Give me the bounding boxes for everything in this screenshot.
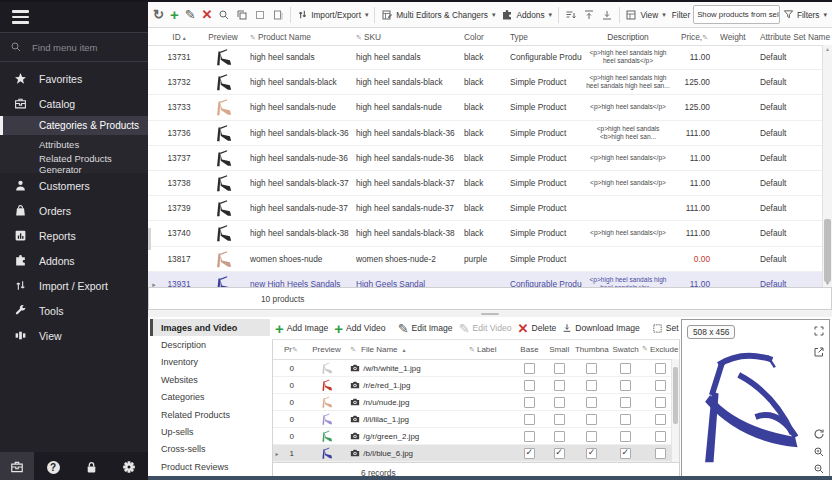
add-video-button[interactable]: +Add Video [331, 317, 388, 339]
tab-item[interactable]: Websites [150, 371, 270, 388]
base-checkbox[interactable] [524, 448, 535, 459]
store-manager-button[interactable] [0, 452, 34, 480]
image-row[interactable]: 0 /w/h/white_1.jpg [273, 360, 679, 377]
sidebar-item-addons[interactable]: Addons [0, 248, 148, 273]
thumbnail-checkbox[interactable] [586, 380, 597, 391]
refresh-image-button[interactable] [813, 428, 825, 440]
image-row[interactable]: 0 /r/e/red_1.jpg [273, 377, 679, 394]
search-button[interactable] [215, 4, 233, 26]
table-row[interactable]: 13736 high heel sandals-black-36 high he… [148, 121, 823, 146]
tab-item[interactable]: Images and Video [150, 319, 270, 336]
small-checkbox[interactable] [554, 448, 565, 459]
menu-toggle-button[interactable] [0, 2, 148, 32]
sort-button[interactable] [562, 4, 580, 26]
sidebar-item-related-products-generator[interactable]: Related Products Generator [0, 154, 148, 173]
tab-item[interactable]: Categories [150, 389, 270, 406]
image-row[interactable]: 0 /g/r/green_2.jpg [273, 428, 679, 445]
fullscreen-button[interactable] [813, 325, 825, 337]
download-image-button[interactable]: Download Image [559, 317, 643, 339]
swatch-checkbox[interactable] [620, 397, 631, 408]
edit-product-button[interactable]: ✎ [182, 4, 199, 26]
column-header-id[interactable]: ID▴ [160, 32, 198, 42]
column-header-price[interactable]: Price,✎ [674, 32, 718, 42]
swatch-checkbox[interactable] [620, 448, 631, 459]
column-header-attribute-set[interactable]: Attribute Set Name [758, 32, 832, 42]
base-checkbox[interactable] [524, 380, 535, 391]
column-header-product-name[interactable]: ✎Product Name [248, 32, 354, 42]
column-header-swatch[interactable]: Swatch [610, 345, 642, 354]
thumbnail-checkbox[interactable] [586, 414, 597, 425]
sidebar-item-tools[interactable]: Tools [0, 298, 148, 323]
column-header-description[interactable]: Description [582, 33, 674, 41]
multi-editors-button[interactable]: Multi Editors & Changers▾ [378, 4, 498, 26]
scroll-down-icon[interactable]: ▼ [823, 280, 832, 286]
column-header-preview[interactable]: Preview [303, 345, 351, 354]
table-row[interactable]: 13739 high heel sandals-nude-37 high hee… [148, 196, 823, 221]
column-header-color[interactable]: Color [458, 32, 508, 42]
edit-video-button[interactable]: ✎Edit Video [456, 317, 515, 339]
sidebar-search[interactable] [0, 32, 148, 62]
tab-item[interactable]: Description [150, 336, 270, 353]
sidebar-item-catalog[interactable]: Catalog [0, 91, 148, 116]
checkbox-mode-button[interactable] [251, 4, 269, 26]
set-resize-rule-button[interactable]: Set Resize Rule [649, 317, 680, 339]
base-checkbox[interactable] [524, 397, 535, 408]
column-header-file-name[interactable]: ✎File Name▴ [350, 345, 469, 354]
collapse-all-button[interactable] [598, 4, 616, 26]
column-header-position[interactable]: Pr✎ [281, 345, 303, 354]
sidebar-item-favorites[interactable]: Favorites [0, 66, 148, 91]
addons-button[interactable]: Addons▾ [498, 4, 555, 26]
copy-button[interactable] [233, 4, 251, 26]
zoom-out-button[interactable] [813, 463, 825, 475]
base-checkbox[interactable] [524, 414, 535, 425]
open-external-button[interactable] [813, 346, 825, 358]
table-row[interactable]: 13738 high heel sandals-black-37 high he… [148, 171, 823, 196]
thumbnail-checkbox[interactable] [586, 448, 597, 459]
exclude-checkbox[interactable] [655, 363, 666, 374]
sidebar-item-categories-products[interactable]: Categories & Products [0, 116, 148, 135]
sidebar-item-attributes[interactable]: Attributes [0, 135, 148, 154]
sidebar-item-reports[interactable]: Reports [0, 223, 148, 248]
column-header-weight[interactable]: Weight [718, 32, 758, 42]
view-button[interactable]: View▾ [622, 4, 668, 26]
small-checkbox[interactable] [554, 431, 565, 442]
column-header-exclude[interactable]: ✎Exclude [641, 345, 679, 354]
exclude-checkbox[interactable] [655, 414, 666, 425]
small-checkbox[interactable] [554, 380, 565, 391]
sidebar-item-orders[interactable]: Orders [0, 198, 148, 223]
scrollbar-thumb[interactable] [673, 367, 678, 424]
edit-image-button[interactable]: ✎Edit Image [395, 317, 456, 339]
lock-button[interactable] [74, 452, 108, 480]
table-row[interactable]: 13732 high heel sandals-black high heel … [148, 70, 823, 95]
swatch-checkbox[interactable] [620, 414, 631, 425]
tab-item[interactable]: Related Products [150, 406, 270, 423]
scroll-up-icon[interactable]: ▲ [823, 46, 832, 52]
tab-item[interactable]: Product Reviews [150, 458, 270, 475]
swatch-checkbox[interactable] [620, 363, 631, 374]
filter-select[interactable]: Show products from selected categories ▾ [693, 5, 780, 24]
base-checkbox[interactable] [524, 431, 535, 442]
column-header-small[interactable]: Small [544, 345, 574, 354]
paste-button[interactable] [269, 4, 287, 26]
column-header-thumbnail[interactable]: Thumbna [574, 345, 610, 354]
refresh-button[interactable]: ↻ [150, 4, 167, 26]
image-row[interactable]: 1 /b/l/blue_6.jpg [273, 445, 679, 462]
table-row[interactable]: 13733 high heel sandals-nude high heel s… [148, 95, 823, 120]
small-checkbox[interactable] [554, 363, 565, 374]
images-grid-scrollbar[interactable] [671, 359, 679, 462]
zoom-in-button[interactable] [813, 446, 825, 458]
grid-vertical-scrollbar[interactable]: ▲ ▼ [822, 45, 832, 287]
tab-item[interactable]: Inventory [150, 354, 270, 371]
filters-button[interactable]: Filters▾ [780, 4, 830, 26]
panel-splitter-handle[interactable] [148, 228, 151, 250]
exclude-checkbox[interactable] [655, 431, 666, 442]
image-row[interactable]: 0 /n/u/nude.jpg [273, 394, 679, 411]
thumbnail-checkbox[interactable] [586, 431, 597, 442]
exclude-checkbox[interactable] [655, 448, 666, 459]
exclude-checkbox[interactable] [655, 397, 666, 408]
settings-button[interactable] [112, 452, 146, 480]
thumbnail-checkbox[interactable] [586, 363, 597, 374]
help-button[interactable]: ? [36, 452, 70, 480]
table-row[interactable]: 13737 high heel sandals-nude-36 high hee… [148, 146, 823, 171]
table-row[interactable]: 13731 high heel sandals high heel sandal… [148, 45, 823, 70]
